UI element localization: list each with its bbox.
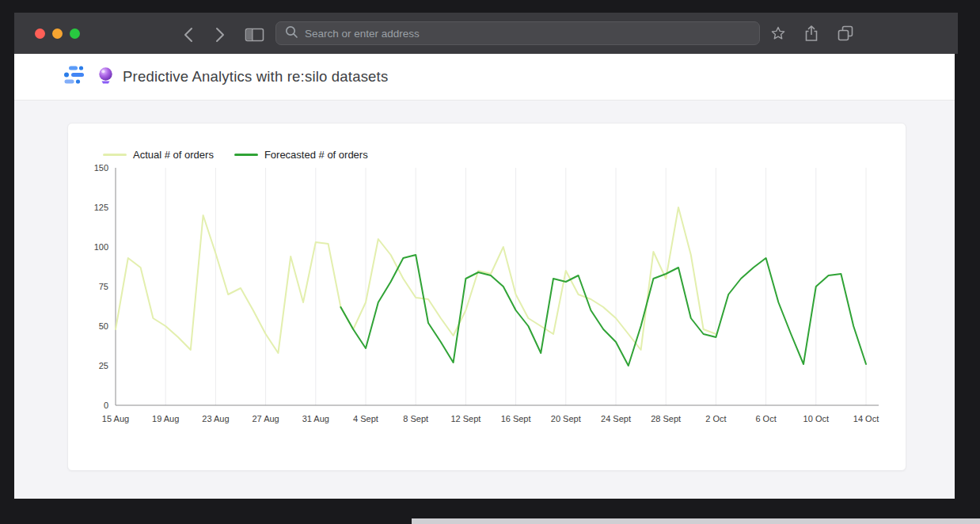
page-body: Actual # of orders Forecasted # of order… xyxy=(14,101,955,499)
tabs-icon xyxy=(836,24,855,45)
search-icon xyxy=(284,25,298,42)
svg-text:100: 100 xyxy=(94,242,108,252)
legend-label-forecast: Forecasted # of orders xyxy=(264,149,368,161)
bottom-strip xyxy=(412,518,980,524)
svg-text:20 Sept: 20 Sept xyxy=(551,414,581,423)
legend-item-actual[interactable]: Actual # of orders xyxy=(103,149,214,161)
orders-line-chart: 025507510012515015 Aug19 Aug23 Aug27 Aug… xyxy=(81,161,891,443)
tab-overview-button[interactable] xyxy=(834,22,857,47)
address-bar-placeholder: Search or enter address xyxy=(305,28,420,40)
sidebar-icon xyxy=(242,25,266,47)
svg-text:125: 125 xyxy=(94,203,108,212)
share-icon xyxy=(803,24,819,45)
resilo-logo xyxy=(62,64,89,89)
svg-text:25: 25 xyxy=(99,361,108,370)
chart-canvas: 025507510012515015 Aug19 Aug23 Aug27 Aug… xyxy=(81,161,891,440)
svg-text:24 Sept: 24 Sept xyxy=(601,414,631,423)
nav-buttons xyxy=(179,23,230,49)
svg-text:4 Sept: 4 Sept xyxy=(353,414,378,423)
svg-text:8 Sept: 8 Sept xyxy=(403,414,428,423)
svg-text:28 Sept: 28 Sept xyxy=(651,414,681,423)
svg-text:50: 50 xyxy=(99,321,108,331)
chevron-right-icon xyxy=(211,25,228,47)
svg-text:16 Sept: 16 Sept xyxy=(501,414,531,423)
legend-item-forecast[interactable]: Forecasted # of orders xyxy=(234,149,368,161)
legend-label-actual: Actual # of orders xyxy=(133,149,214,161)
svg-text:15 Aug: 15 Aug xyxy=(102,414,129,423)
svg-text:31 Aug: 31 Aug xyxy=(302,414,329,423)
star-icon xyxy=(769,25,787,44)
svg-text:6 Oct: 6 Oct xyxy=(755,414,776,423)
page-title: Predictive Analytics with re:silo datase… xyxy=(123,68,388,85)
web-page: Predictive Analytics with re:silo datase… xyxy=(14,54,955,499)
svg-text:23 Aug: 23 Aug xyxy=(202,414,229,423)
minimize-window-button[interactable] xyxy=(52,28,63,39)
browser-titlebar: Search or enter address xyxy=(14,13,958,54)
forward-button[interactable] xyxy=(209,23,230,49)
toolbar-right-icons xyxy=(768,22,857,47)
crystal-ball-icon xyxy=(97,66,114,87)
back-button[interactable] xyxy=(179,23,199,49)
svg-text:19 Aug: 19 Aug xyxy=(152,414,179,423)
legend-swatch-forecast xyxy=(234,154,258,156)
address-bar[interactable]: Search or enter address xyxy=(275,21,760,45)
zoom-window-button[interactable] xyxy=(70,28,80,39)
share-button[interactable] xyxy=(802,22,821,47)
svg-text:12 Sept: 12 Sept xyxy=(450,414,481,423)
bookmark-button[interactable] xyxy=(768,23,788,46)
svg-text:14 Oct: 14 Oct xyxy=(853,414,879,423)
svg-text:27 Aug: 27 Aug xyxy=(252,414,279,423)
chart-card: Actual # of orders Forecasted # of order… xyxy=(67,123,906,471)
svg-text:0: 0 xyxy=(104,401,108,410)
close-window-button[interactable] xyxy=(35,28,45,39)
legend-swatch-actual xyxy=(103,154,127,156)
svg-text:10 Oct: 10 Oct xyxy=(803,414,829,423)
svg-text:2 Oct: 2 Oct xyxy=(705,414,726,423)
svg-text:75: 75 xyxy=(99,282,108,291)
chart-legend: Actual # of orders Forecasted # of order… xyxy=(103,149,368,161)
svg-text:150: 150 xyxy=(94,163,108,173)
page-header: Predictive Analytics with re:silo datase… xyxy=(14,54,955,101)
chevron-left-icon xyxy=(180,25,198,47)
traffic-lights xyxy=(35,28,80,39)
sidebar-toggle-button[interactable] xyxy=(241,24,268,48)
